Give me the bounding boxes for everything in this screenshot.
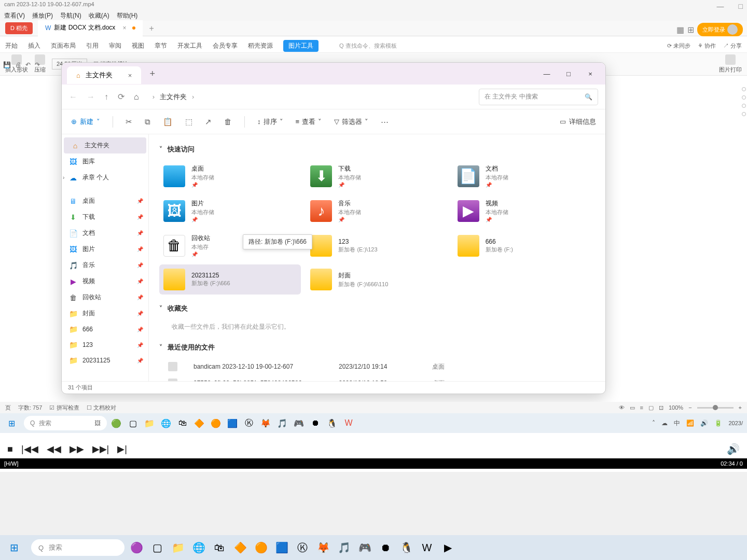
view-button[interactable]: ≡ 查看 ˅ bbox=[296, 117, 322, 127]
ribbon-insert[interactable]: 插入 bbox=[28, 41, 40, 50]
undo-icon[interactable]: ↶ bbox=[25, 61, 31, 68]
forward-icon[interactable]: → bbox=[87, 92, 95, 102]
wps-icon[interactable]: W bbox=[341, 416, 356, 430]
quick-item-音乐[interactable]: ♪音乐本地存储📌 bbox=[306, 195, 448, 227]
proof-check[interactable]: ☐ 文档校对 bbox=[87, 404, 116, 412]
sidebar-item-folder[interactable]: 📁封面📌 bbox=[62, 305, 148, 321]
collab-button[interactable]: ⚘ 协作 bbox=[698, 42, 716, 50]
sidebar-item-home[interactable]: ⌂主文件夹 bbox=[64, 137, 146, 153]
app1-icon[interactable]: 🔶 bbox=[192, 416, 206, 430]
ribbon-layout[interactable]: 页面布局 bbox=[51, 41, 76, 50]
close-tab-icon[interactable]: × bbox=[122, 24, 126, 32]
recent-file-row[interactable]: 97552c6fb62a53b8851c5784084965862023/12/… bbox=[159, 375, 595, 381]
taskview-icon[interactable]: ▢ bbox=[148, 539, 166, 556]
quick-item-视频[interactable]: ▶视频本地存储📌 bbox=[453, 195, 595, 227]
explorer-tab[interactable]: ⌂ 主文件夹 × bbox=[67, 66, 141, 84]
new-button[interactable]: ⊕ 新建 ˅ bbox=[71, 117, 100, 127]
quick-item-666[interactable]: 666新加卷 (F:) bbox=[453, 230, 595, 261]
store-icon[interactable]: 🛍 bbox=[211, 539, 228, 556]
sync-button[interactable]: ⟳ 未同步 bbox=[667, 42, 690, 50]
kugou-icon[interactable]: Ⓚ bbox=[242, 416, 256, 430]
login-button[interactable]: 立即登录 bbox=[697, 23, 743, 36]
new-tab-icon[interactable]: + bbox=[149, 68, 155, 79]
ribbon-res[interactable]: 稻壳资源 bbox=[248, 41, 273, 50]
back-icon[interactable]: ← bbox=[69, 92, 77, 102]
firefox-icon[interactable]: 🦊 bbox=[314, 539, 332, 556]
favorites-header[interactable]: ˅ 收藏夹 bbox=[159, 304, 595, 313]
app3-icon[interactable]: 🟦 bbox=[225, 416, 240, 430]
explorer-icon[interactable]: 📁 bbox=[142, 416, 157, 430]
zoom-in-icon[interactable]: + bbox=[739, 404, 742, 411]
player-icon[interactable]: ▶ bbox=[439, 539, 457, 556]
wps-doc-tab[interactable]: W 新建 DOCX 文档.docx × bbox=[38, 20, 143, 36]
pic-print-button[interactable]: 图片打印 bbox=[719, 54, 742, 74]
panel-dot[interactable] bbox=[742, 112, 746, 116]
next-track-icon[interactable]: ▶▶| bbox=[92, 443, 109, 455]
app-icon[interactable]: 🔶 bbox=[231, 539, 249, 556]
ribbon-ref[interactable]: 引用 bbox=[86, 41, 99, 50]
ribbon-review[interactable]: 审阅 bbox=[109, 41, 121, 50]
sidebar-item-cloud[interactable]: ›☁承章 个人 bbox=[62, 170, 148, 186]
sidebar-item-folder[interactable]: 📁666📌 bbox=[62, 321, 148, 337]
app-icon[interactable]: 🎵 bbox=[335, 539, 353, 556]
ribbon-member[interactable]: 会员专享 bbox=[213, 41, 238, 50]
copilot-icon[interactable]: 🟢 bbox=[109, 416, 123, 430]
share-button[interactable]: ↗ 分享 bbox=[723, 42, 742, 50]
sidebar-item-doc[interactable]: 📄文档📌 bbox=[62, 225, 148, 241]
sidebar-item-video[interactable]: ▶视频📌 bbox=[62, 273, 148, 289]
record-icon[interactable]: ⏺ bbox=[377, 539, 394, 556]
copy-icon[interactable]: ⧉ bbox=[145, 117, 150, 127]
rename-icon[interactable]: ⬚ bbox=[185, 117, 192, 127]
grid-icon[interactable]: ▦ bbox=[676, 25, 684, 35]
sidebar-item-download[interactable]: ⬇下载📌 bbox=[62, 209, 148, 225]
sidebar-item-music[interactable]: 🎵音乐📌 bbox=[62, 257, 148, 273]
qq-icon[interactable]: 🐧 bbox=[397, 539, 415, 556]
zoom-out-icon[interactable]: − bbox=[688, 404, 691, 411]
quick-item-下载[interactable]: ⬇下载本地存储📌 bbox=[306, 160, 448, 192]
play-pause-icon[interactable]: ▶| bbox=[117, 443, 127, 455]
app2-icon[interactable]: 🟠 bbox=[209, 416, 223, 430]
clock[interactable]: 2023/ bbox=[728, 420, 743, 426]
taskbar-search[interactable]: Q 搜索 🖼 bbox=[24, 416, 107, 430]
edge-icon[interactable]: 🌐 bbox=[190, 539, 208, 556]
ribbon-dev[interactable]: 开发工具 bbox=[177, 41, 202, 50]
eye-icon[interactable]: 👁 bbox=[619, 404, 625, 411]
quick-item-文档[interactable]: 📄文档本地存储📌 bbox=[453, 160, 595, 192]
recent-file-row[interactable]: bandicam 2023-12-10 19-00-12-6072023/12/… bbox=[159, 358, 595, 375]
share-icon[interactable]: ↗ bbox=[205, 117, 212, 127]
firefox-icon[interactable]: 🦊 bbox=[258, 416, 273, 430]
menu-view[interactable]: 查看(V) bbox=[4, 11, 25, 20]
start-icon[interactable]: ⊞ bbox=[4, 416, 19, 430]
app4-icon[interactable]: 🎵 bbox=[275, 416, 289, 430]
forward-icon[interactable]: ▶▶ bbox=[70, 443, 84, 455]
zoom-slider[interactable] bbox=[697, 407, 734, 409]
redo-icon[interactable]: ↷ bbox=[35, 61, 40, 68]
spell-check[interactable]: ☑ 拼写检查 bbox=[49, 404, 79, 412]
app-icon[interactable]: 🟦 bbox=[273, 539, 290, 556]
taskview-icon[interactable]: ▢ bbox=[126, 416, 140, 430]
quick-item-图片[interactable]: 🖼图片本地存储📌 bbox=[159, 195, 301, 227]
sidebar-item-recycle[interactable]: 🗑回收站📌 bbox=[62, 289, 148, 305]
sort-button[interactable]: ↕ 排序 ˅ bbox=[257, 117, 283, 127]
menu-nav[interactable]: 导航(N) bbox=[60, 11, 81, 20]
kugou-icon[interactable]: Ⓚ bbox=[294, 539, 311, 556]
quick-item-桌面[interactable]: 桌面本地存储📌 bbox=[159, 160, 301, 192]
up-icon[interactable]: ↑ bbox=[104, 92, 108, 102]
sidebar-item-pic[interactable]: 🖼图片📌 bbox=[62, 241, 148, 257]
menu-help[interactable]: 帮助(H) bbox=[117, 11, 138, 20]
ime-icon[interactable]: 中 bbox=[674, 419, 680, 428]
maximize-icon[interactable]: □ bbox=[739, 2, 743, 10]
search-input[interactable]: 在 主文件夹 中搜索 🔍 bbox=[479, 89, 598, 105]
ribbon-view[interactable]: 视图 bbox=[132, 41, 144, 50]
delete-icon[interactable]: 🗑 bbox=[224, 117, 232, 126]
sidebar-item-folder[interactable]: 📁123📌 bbox=[62, 337, 148, 353]
explorer-icon[interactable]: 📁 bbox=[169, 539, 187, 556]
quick-item-封面[interactable]: 封面新加卷 (F:)\666\110 bbox=[306, 264, 448, 295]
save-icon[interactable]: 💾 bbox=[3, 61, 11, 68]
cut-icon[interactable]: ✂ bbox=[126, 117, 132, 127]
refresh-icon[interactable]: ⟳ bbox=[118, 92, 125, 102]
prev-track-icon[interactable]: |◀◀ bbox=[21, 443, 38, 455]
taskbar-search[interactable]: Q 搜索 bbox=[31, 539, 125, 556]
recent-header[interactable]: ˅ 最近使用的文件 bbox=[159, 343, 595, 352]
edge-icon[interactable]: 🌐 bbox=[159, 416, 173, 430]
